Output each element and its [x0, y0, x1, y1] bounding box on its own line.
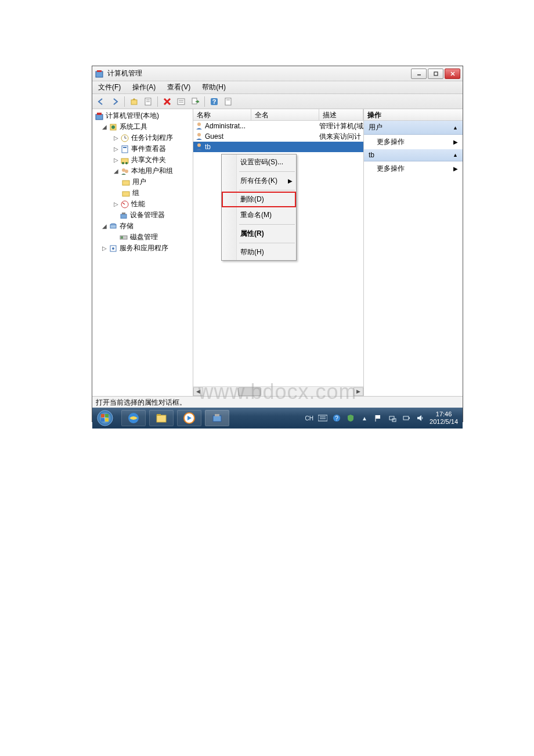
ctx-delete[interactable]: 删除(D) [222, 192, 296, 207]
svg-rect-59 [318, 415, 327, 421]
forward-button[interactable] [109, 95, 121, 108]
menu-help[interactable]: 帮助(H) [200, 81, 228, 93]
titlebar: 计算机管理 [92, 66, 463, 81]
tree-systools[interactable]: ◢系统工具 [92, 121, 193, 132]
svg-rect-54 [157, 415, 166, 422]
svg-rect-37 [121, 214, 127, 218]
actions-header: 操作 [364, 109, 463, 121]
svg-rect-0 [96, 71, 103, 77]
close-button[interactable] [445, 69, 460, 79]
taskbar-explorer-icon[interactable] [149, 410, 174, 426]
security-icon[interactable] [346, 413, 355, 423]
tree-services[interactable]: ▷服务和应用程序 [92, 243, 193, 254]
flag-icon[interactable] [374, 413, 383, 423]
scroll-thumb[interactable] [238, 387, 261, 396]
svg-rect-68 [403, 416, 409, 420]
back-button[interactable] [95, 95, 107, 108]
actions-section-users[interactable]: 用户▲ [364, 121, 463, 135]
volume-icon[interactable] [416, 413, 425, 423]
svg-rect-34 [122, 181, 129, 185]
svg-rect-1 [97, 70, 102, 72]
taskbar-ie-icon[interactable] [121, 410, 146, 426]
col-name[interactable]: 名称 [193, 109, 251, 120]
delete-button[interactable] [161, 95, 174, 108]
tree-diskmgmt[interactable]: 磁盘管理 [92, 232, 193, 243]
list-row-tb[interactable]: tb [193, 142, 363, 152]
ctx-setpassword[interactable]: 设置密码(S)... [222, 154, 296, 170]
power-icon[interactable] [402, 413, 411, 423]
tree-groups[interactable]: 组 [92, 188, 193, 199]
menu-file[interactable]: 文件(F) [96, 81, 123, 93]
tray-clock[interactable]: 17:46 2012/5/14 [430, 411, 458, 426]
svg-text:?: ? [212, 98, 217, 105]
keyboard-icon[interactable] [318, 413, 327, 423]
ctx-alltasks[interactable]: 所有任务(K)▶ [222, 173, 296, 189]
menu-view[interactable]: 查看(V) [165, 81, 193, 93]
menu-action[interactable]: 操作(A) [130, 81, 158, 93]
user-icon [194, 132, 204, 141]
start-button[interactable] [95, 409, 118, 427]
tree-sharedfolders[interactable]: ▷共享文件夹 [92, 154, 193, 165]
svg-rect-3 [434, 72, 438, 75]
svg-point-47 [197, 143, 201, 147]
list-button[interactable] [175, 95, 187, 108]
toolbar: ? [92, 94, 463, 109]
svg-rect-42 [121, 236, 123, 239]
taskbar-wmp-icon[interactable] [177, 410, 201, 426]
list-row-guest[interactable]: Guest 供来宾访问计 [193, 131, 363, 142]
context-menu: 设置密码(S)... 所有任务(K)▶ 删除(D) 重命名(M) 属性(R) 帮… [221, 154, 297, 261]
taskbar-compmgmt-icon[interactable] [205, 410, 229, 426]
help-button[interactable]: ? [208, 95, 221, 108]
refresh-button[interactable] [222, 95, 234, 108]
svg-text:?: ? [335, 415, 338, 422]
help-tray-icon[interactable]: ? [332, 413, 341, 423]
window-title: 计算机管理 [107, 69, 142, 78]
collapse-icon: ▲ [453, 125, 458, 131]
svg-point-23 [111, 125, 115, 129]
svg-rect-12 [178, 99, 185, 105]
ctx-help[interactable]: 帮助(H) [222, 244, 296, 260]
list-body: Administrat... 管理计算机(域 Guest 供来宾访问计 tb [193, 121, 363, 386]
svg-rect-35 [122, 192, 129, 196]
actions-more-users[interactable]: 更多操作▶ [364, 135, 463, 149]
col-desc[interactable]: 描述 [319, 109, 363, 120]
tree-storage[interactable]: ◢存储 [92, 221, 193, 232]
horizontal-scrollbar[interactable]: ◀ ▶ [193, 386, 363, 396]
ctx-properties[interactable]: 属性(R) [222, 226, 296, 242]
tree-performance[interactable]: ▷性能 [92, 199, 193, 210]
tree-eventviewer[interactable]: ▷事件查看器 [92, 143, 193, 154]
user-icon [194, 142, 204, 152]
list-header: 名称 全名 描述 [193, 109, 363, 121]
svg-rect-69 [409, 417, 410, 419]
system-tray: CH ? ▲ 17:46 2012/5/14 [305, 411, 460, 426]
actions-section-tb[interactable]: tb▲ [364, 149, 463, 161]
svg-point-45 [197, 123, 201, 126]
maximize-button[interactable] [428, 69, 443, 79]
tree-localusers[interactable]: ◢本地用户和组 [92, 165, 193, 177]
taskbar: CH ? ▲ 17:46 2012/5/14 [92, 408, 463, 429]
tree-users[interactable]: 用户 [92, 177, 193, 188]
up-button[interactable] [128, 95, 140, 108]
app-icon [95, 69, 104, 78]
ime-indicator[interactable]: CH [305, 413, 313, 423]
svg-rect-40 [110, 225, 116, 228]
list-row-admin[interactable]: Administrat... 管理计算机(域 [193, 121, 363, 131]
actions-more-tb[interactable]: 更多操作▶ [364, 161, 463, 176]
scroll-left-icon[interactable]: ◀ [193, 387, 203, 396]
submenu-arrow-icon: ▶ [288, 178, 293, 184]
tree-scheduler[interactable]: ▷任务计划程序 [92, 132, 193, 143]
svg-rect-21 [97, 113, 102, 115]
tree-devicemgr[interactable]: 设备管理器 [92, 210, 193, 221]
svg-rect-6 [131, 100, 137, 105]
show-hidden-icon[interactable]: ▲ [360, 413, 369, 423]
col-fullname[interactable]: 全名 [251, 109, 319, 120]
export-button[interactable] [189, 95, 201, 108]
network-icon[interactable] [388, 413, 397, 423]
svg-point-31 [125, 162, 128, 164]
tree-panel: 计算机管理(本地) ◢系统工具 ▷任务计划程序 ▷事件查看器 ▷共享文件夹 ◢本… [92, 109, 193, 396]
tree-root[interactable]: 计算机管理(本地) [92, 110, 193, 121]
ctx-rename[interactable]: 重命名(M) [222, 207, 296, 223]
scroll-right-icon[interactable]: ▶ [353, 387, 363, 396]
properties-button[interactable] [142, 95, 154, 108]
minimize-button[interactable] [411, 69, 427, 79]
